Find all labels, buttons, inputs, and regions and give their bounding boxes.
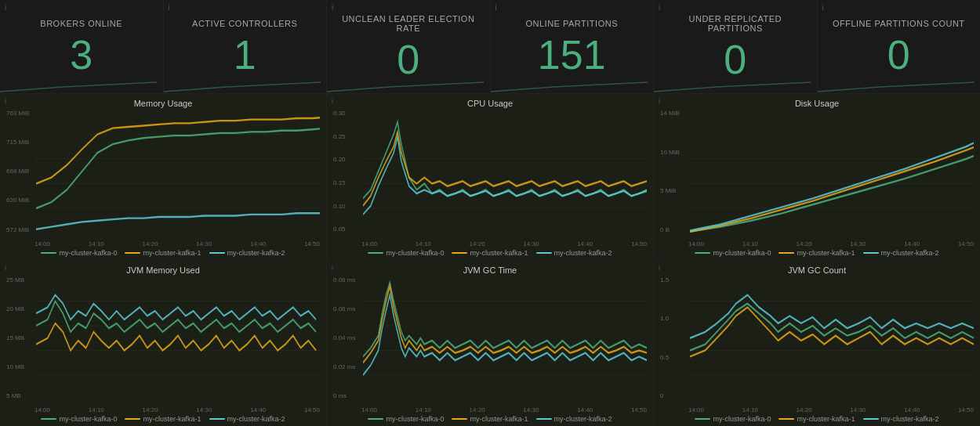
metric-title-brokers-online: Brokers Online xyxy=(40,19,122,28)
chart-corner-icon: i xyxy=(5,264,6,272)
y-label: 0.04 ms xyxy=(333,334,361,341)
x-label: 14:20 xyxy=(143,406,158,413)
legend-dot xyxy=(41,252,56,254)
metric-value-brokers-online: 3 xyxy=(70,34,93,75)
metric-card-online-partitions: i Online Partitions 151 xyxy=(491,0,655,93)
sparkline-brokers-online xyxy=(0,78,157,93)
chart-legend-memory-usage: my-cluster-kafka-0my-cluster-kafka-1my-c… xyxy=(6,249,320,257)
sparkline-offline-partitions xyxy=(818,78,975,93)
legend-item: my-cluster-kafka-0 xyxy=(41,415,117,423)
metric-card-brokers-online: i Brokers Online 3 xyxy=(0,0,164,93)
y-labels-jvm-gc-count: 1.51.00.50 xyxy=(660,276,688,400)
chart-panel-jvm-memory-used: i JVM Memory Used 25 MB20 MB15 MB10 MB5 … xyxy=(0,261,327,427)
y-label: 5 MB xyxy=(6,392,34,399)
y-labels-memory-usage: 763 MiB715 MiB668 MiB620 MiB572 MiB xyxy=(6,110,34,233)
x-labels-jvm-gc-time: 14:0014:1014:2014:3014:4014:50 xyxy=(361,406,647,413)
chart-svg-jvm-gc-count xyxy=(690,276,974,400)
sparkline-unclean-leader-election xyxy=(327,78,484,93)
x-label: 14:00 xyxy=(688,406,704,413)
x-label: 14:30 xyxy=(523,240,539,247)
legend-dot xyxy=(41,418,56,420)
legend-label: my-cluster-kafka-0 xyxy=(59,415,117,423)
y-label: 0.05 xyxy=(333,226,361,233)
y-label: 0.15 xyxy=(333,179,361,186)
chart-corner-icon: i xyxy=(659,264,660,272)
metric-value-unclean-leader-election: 0 xyxy=(397,39,419,80)
y-label: 5 MiB xyxy=(660,187,688,194)
x-label: 14:40 xyxy=(577,240,593,247)
legend-label: my-cluster-kafka-0 xyxy=(713,415,771,423)
x-label: 14:40 xyxy=(250,240,266,247)
metric-card-under-replicated: i Under Replicated Partitions 0 xyxy=(654,0,818,93)
y-label: 0.20 xyxy=(333,156,361,163)
x-label: 14:20 xyxy=(470,240,485,247)
chart-body-cpu-usage: 0.300.250.200.150.100.05 14:0014:1014:20… xyxy=(333,110,647,247)
chart-body-jvm-gc-count: 1.51.00.50 14:0014:1014:2014:3014:4014:5… xyxy=(660,276,974,414)
charts-row-2: i JVM Memory Used 25 MB20 MB15 MB10 MB5 … xyxy=(0,261,980,427)
legend-label: my-cluster-kafka-0 xyxy=(386,249,444,257)
x-label: 14:50 xyxy=(958,240,974,247)
legend-dot xyxy=(368,418,383,420)
legend-dot xyxy=(368,252,383,254)
x-label: 14:00 xyxy=(34,240,50,247)
legend-dot xyxy=(779,418,794,420)
chart-legend-cpu-usage: my-cluster-kafka-0my-cluster-kafka-1my-c… xyxy=(333,249,647,257)
legend-label: my-cluster-kafka-1 xyxy=(797,249,855,257)
chart-panel-disk-usage: i Disk Usage 14 MiB10 MiB5 MiB0 B 14:001… xyxy=(654,94,980,260)
y-label: 0.30 xyxy=(333,110,361,117)
x-label: 14:00 xyxy=(688,240,704,247)
legend-item: my-cluster-kafka-0 xyxy=(368,415,444,423)
legend-item: my-cluster-kafka-2 xyxy=(863,249,939,257)
metric-corner-icon: i xyxy=(169,3,170,12)
legend-item: my-cluster-kafka-2 xyxy=(536,415,612,423)
metric-title-active-controllers: Active Controllers xyxy=(192,19,297,28)
chart-panel-cpu-usage: i CPU Usage 0.300.250.200.150.100.05 14:… xyxy=(327,94,654,260)
x-label: 14:10 xyxy=(89,240,104,247)
legend-item: my-cluster-kafka-1 xyxy=(125,415,201,423)
legend-label: my-cluster-kafka-2 xyxy=(881,249,939,257)
legend-label: my-cluster-kafka-1 xyxy=(470,415,528,423)
chart-svg-jvm-memory-used xyxy=(36,276,320,400)
x-label: 14:30 xyxy=(850,406,866,413)
y-label: 715 MiB xyxy=(6,139,34,146)
x-label: 14:50 xyxy=(631,240,647,247)
chart-title-disk-usage: Disk Usage xyxy=(660,99,974,108)
metric-corner-icon: i xyxy=(822,3,824,12)
x-label: 14:50 xyxy=(304,240,320,247)
metric-value-offline-partitions: 0 xyxy=(887,34,910,75)
chart-corner-icon: i xyxy=(332,264,333,272)
chart-body-disk-usage: 14 MiB10 MiB5 MiB0 B 14:0014:1014:2014:3… xyxy=(660,110,974,247)
y-labels-jvm-gc-time: 0.08 ms0.06 ms0.04 ms0.02 ms0 ms xyxy=(333,276,361,400)
x-label: 14:40 xyxy=(904,240,920,247)
x-label: 14:50 xyxy=(958,406,974,413)
y-labels-jvm-memory-used: 25 MB20 MB15 MB10 MB5 MB xyxy=(6,276,34,400)
legend-item: my-cluster-kafka-2 xyxy=(536,249,612,257)
y-label: 0.08 ms xyxy=(333,276,361,283)
y-label: 0.25 xyxy=(333,133,361,140)
metric-title-under-replicated: Under Replicated Partitions xyxy=(660,14,811,33)
metric-corner-icon: i xyxy=(332,3,333,12)
metric-title-unclean-leader-election: Unclean Leader Election Rate xyxy=(333,14,484,33)
legend-item: my-cluster-kafka-1 xyxy=(779,249,855,257)
chart-title-jvm-memory-used: JVM Memory Used xyxy=(6,265,320,275)
y-label: 1.5 xyxy=(660,276,688,283)
legend-item: my-cluster-kafka-0 xyxy=(695,249,771,257)
x-labels-jvm-gc-count: 14:0014:1014:2014:3014:4014:50 xyxy=(688,406,974,413)
chart-title-jvm-gc-time: JVM GC Time xyxy=(333,265,647,275)
legend-label: my-cluster-kafka-1 xyxy=(143,249,201,257)
y-label: 0.06 ms xyxy=(333,305,361,312)
chart-svg-memory-usage xyxy=(36,110,320,233)
legend-dot xyxy=(125,418,140,420)
chart-title-cpu-usage: CPU Usage xyxy=(333,99,647,108)
x-label: 14:30 xyxy=(196,406,212,413)
chart-corner-icon: i xyxy=(659,97,660,105)
legend-item: my-cluster-kafka-1 xyxy=(125,249,201,257)
legend-dot xyxy=(863,252,879,254)
chart-svg-disk-usage xyxy=(690,110,974,233)
charts-area: i Memory Usage 763 MiB715 MiB668 MiB620 … xyxy=(0,94,980,426)
y-label: 20 MB xyxy=(6,305,34,312)
legend-item: my-cluster-kafka-1 xyxy=(452,415,528,423)
y-label: 572 MiB xyxy=(6,226,34,233)
chart-svg-jvm-gc-time xyxy=(363,276,647,400)
x-label: 14:00 xyxy=(361,406,377,413)
